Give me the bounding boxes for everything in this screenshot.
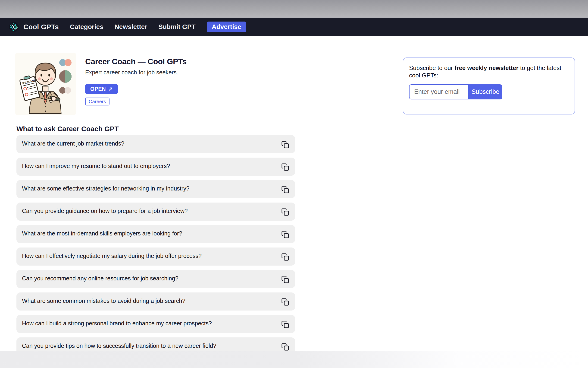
question-text: What are some effective strategies for n… xyxy=(22,185,189,192)
email-input[interactable] xyxy=(409,84,469,99)
bottom-fade-overlay xyxy=(0,351,588,368)
question-card[interactable]: What are the current job market trends? xyxy=(17,135,295,153)
gpt-description: Expert career coach for job seekers. xyxy=(85,69,178,76)
copy-icon[interactable] xyxy=(281,276,289,283)
page-title: Career Coach — Cool GPTs xyxy=(85,57,187,66)
nav-link-newsletter[interactable]: Newsletter xyxy=(114,23,148,31)
copy-icon[interactable] xyxy=(281,298,289,306)
question-text: What are the most in-demand skills emplo… xyxy=(22,230,182,237)
question-card[interactable]: What are the most in-demand skills emplo… xyxy=(17,225,295,243)
question-card[interactable]: Can you provide guidance on how to prepa… xyxy=(17,202,295,221)
question-card[interactable]: What are some common mistakes to avoid d… xyxy=(17,293,295,311)
copy-icon[interactable] xyxy=(281,186,289,193)
brand-name[interactable]: Cool GPTs xyxy=(23,23,59,31)
question-text: Can you provide tips on how to successfu… xyxy=(22,342,216,349)
copy-icon[interactable] xyxy=(281,208,289,216)
newsletter-text-bold: free weekly newsletter xyxy=(455,64,518,71)
category-tag-careers[interactable]: Careers xyxy=(85,98,109,105)
browser-chrome-strip xyxy=(0,0,588,18)
copy-icon[interactable] xyxy=(281,343,289,351)
question-card[interactable]: How can I effectively negotiate my salar… xyxy=(17,248,295,266)
copy-icon[interactable] xyxy=(281,253,289,261)
nav-link-advertise[interactable]: Advertise xyxy=(207,22,246,32)
question-card[interactable]: Can you recommend any online resources f… xyxy=(17,270,295,288)
newsletter-text: Subscribe to our free weekly newsletter … xyxy=(409,64,569,79)
copy-icon[interactable] xyxy=(281,230,289,239)
question-card[interactable]: How can I build a strong personal brand … xyxy=(17,315,295,333)
questions-heading: What to ask Career Coach GPT xyxy=(17,124,295,133)
question-text: What are some common mistakes to avoid d… xyxy=(22,297,185,304)
navbar: Cool GPTs Categories Newsletter Submit G… xyxy=(0,18,588,36)
question-list: What are the current job market trends? … xyxy=(17,135,295,356)
subscribe-button[interactable]: Subscribe xyxy=(469,84,502,99)
brand-home-link[interactable]: Cool GPTs xyxy=(9,22,59,32)
newsletter-form: Subscribe xyxy=(409,84,569,99)
gpt-header: Career Coach — Cool GPTs Expert career c… xyxy=(85,57,187,105)
copy-icon[interactable] xyxy=(281,321,289,328)
open-gpt-button[interactable]: OPEN ↗ xyxy=(85,84,118,94)
question-text: How can I build a strong personal brand … xyxy=(22,320,212,327)
question-text: How can I improve my resume to stand out… xyxy=(22,162,170,169)
questions-section: What to ask Career Coach GPT What are th… xyxy=(17,124,295,360)
nav-link-categories[interactable]: Categories xyxy=(70,23,104,31)
coolgpts-logo-icon xyxy=(9,22,19,32)
open-button-label: OPEN xyxy=(90,86,106,92)
question-text: Can you recommend any online resources f… xyxy=(22,275,178,282)
page: Cool GPTs Categories Newsletter Submit G… xyxy=(0,0,588,368)
newsletter-panel: Subscribe to our free weekly newsletter … xyxy=(403,57,575,114)
copy-icon[interactable] xyxy=(281,141,289,148)
question-text: How can I effectively negotiate my salar… xyxy=(22,252,202,259)
gpt-avatar-illustration: RESUME xyxy=(15,53,76,115)
question-text: What are the current job market trends? xyxy=(22,140,124,147)
question-text: Can you provide guidance on how to prepa… xyxy=(22,207,188,214)
nav-link-submit-gpt[interactable]: Submit GPT xyxy=(158,23,195,31)
newsletter-text-prefix: Subscribe to our xyxy=(409,64,455,71)
question-card[interactable]: How can I improve my resume to stand out… xyxy=(17,157,295,176)
external-link-icon: ↗ xyxy=(108,86,113,92)
copy-icon[interactable] xyxy=(281,163,289,171)
question-card[interactable]: What are some effective strategies for n… xyxy=(17,180,295,198)
